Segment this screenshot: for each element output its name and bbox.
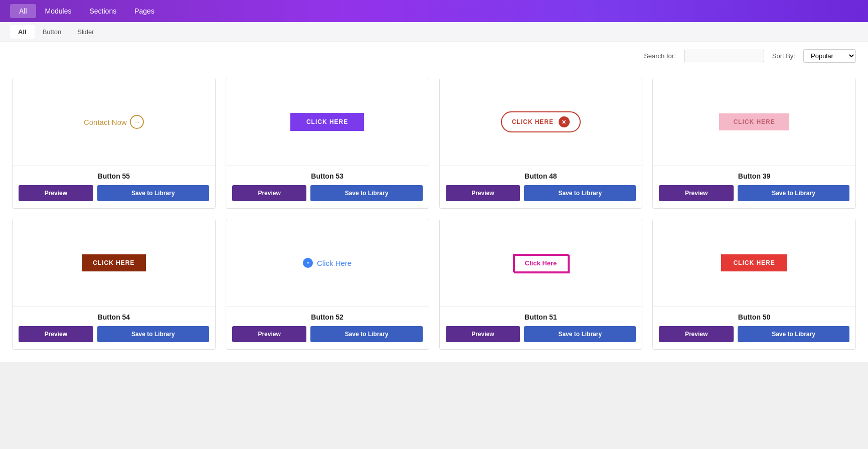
- card-title-48: Button 48: [446, 172, 636, 180]
- sub-nav-button[interactable]: Button: [35, 25, 70, 39]
- card-title-55: Button 55: [19, 172, 209, 180]
- card-preview-53: CLICK HERE: [226, 78, 429, 166]
- card-grid-container: Contact Now → Button 55 Preview Save to …: [0, 70, 868, 362]
- card-actions-50: Preview Save to Library: [659, 326, 849, 342]
- card-title-50: Button 50: [659, 313, 849, 321]
- card-footer-53: Button 53 Preview Save to Library: [226, 166, 429, 208]
- preview-btn-contact-now[interactable]: Contact Now →: [84, 115, 144, 129]
- sort-label: Sort By:: [772, 52, 795, 60]
- card-footer-50: Button 50 Preview Save to Library: [653, 307, 855, 349]
- card-button-52: Click Here Button 52 Preview Save to Lib…: [226, 219, 429, 350]
- blue-circle-icon: [303, 258, 313, 268]
- preview-button-50[interactable]: Preview: [659, 326, 734, 342]
- card-button-54: CLICK HERE Button 54 Preview Save to Lib…: [12, 219, 216, 350]
- save-button-50[interactable]: Save to Library: [738, 326, 849, 342]
- card-footer-51: Button 51 Preview Save to Library: [440, 307, 642, 349]
- card-grid: Contact Now → Button 55 Preview Save to …: [12, 78, 856, 350]
- card-preview-55: Contact Now →: [13, 78, 215, 166]
- preview-btn-pink-light[interactable]: CLICK HERE: [719, 113, 789, 130]
- preview-button-52[interactable]: Preview: [232, 326, 307, 342]
- card-button-48: CLICK HERE Button 48 Preview Save to Lib…: [439, 78, 643, 209]
- preview-btn-brown-solid[interactable]: CLICK HERE: [82, 254, 145, 271]
- top-nav-all[interactable]: All: [10, 4, 36, 18]
- toolbar: Search for: Sort By: Popular: [0, 42, 868, 70]
- card-title-53: Button 53: [232, 172, 423, 180]
- sort-select[interactable]: Popular: [803, 49, 856, 63]
- preview-button-54[interactable]: Preview: [19, 326, 93, 342]
- card-actions-55: Preview Save to Library: [19, 185, 209, 201]
- card-title-51: Button 51: [446, 313, 636, 321]
- save-button-55[interactable]: Save to Library: [97, 185, 209, 201]
- contact-now-text: Contact Now: [84, 118, 127, 126]
- card-actions-52: Preview Save to Library: [232, 326, 423, 342]
- card-footer-39: Button 39 Preview Save to Library: [653, 166, 855, 208]
- top-navigation: All Modules Sections Pages: [0, 0, 868, 22]
- card-actions-51: Preview Save to Library: [446, 326, 636, 342]
- top-nav-modules[interactable]: Modules: [36, 4, 81, 18]
- card-button-39: CLICK HERE Button 39 Preview Save to Lib…: [652, 78, 856, 209]
- sub-nav-all[interactable]: All: [10, 25, 35, 39]
- card-title-52: Button 52: [232, 313, 423, 321]
- preview-btn-red-outline-circle[interactable]: CLICK HERE: [501, 111, 581, 132]
- card-preview-52: Click Here: [226, 219, 429, 307]
- card-preview-48: CLICK HERE: [440, 78, 642, 166]
- search-label: Search for:: [644, 52, 676, 60]
- card-button-51: Click Here Button 51 Preview Save to Lib…: [439, 219, 643, 350]
- click-here-text-52: Click Here: [317, 259, 352, 267]
- card-preview-54: CLICK HERE: [13, 219, 215, 307]
- card-title-39: Button 39: [659, 172, 849, 180]
- red-dot-icon: [559, 116, 570, 127]
- card-footer-55: Button 55 Preview Save to Library: [13, 166, 215, 208]
- card-title-54: Button 54: [19, 313, 209, 321]
- top-nav-sections[interactable]: Sections: [80, 4, 125, 18]
- save-button-52[interactable]: Save to Library: [310, 326, 422, 342]
- card-button-50: CLICK HERE Button 50 Preview Save to Lib…: [652, 219, 856, 350]
- card-footer-48: Button 48 Preview Save to Library: [440, 166, 642, 208]
- card-actions-53: Preview Save to Library: [232, 185, 423, 201]
- card-button-53: CLICK HERE Button 53 Preview Save to Lib…: [226, 78, 429, 209]
- card-actions-39: Preview Save to Library: [659, 185, 849, 201]
- save-button-51[interactable]: Save to Library: [524, 326, 636, 342]
- contact-now-icon: →: [130, 115, 144, 129]
- click-here-text-48: CLICK HERE: [512, 118, 554, 125]
- card-preview-39: CLICK HERE: [653, 78, 855, 166]
- preview-btn-purple-solid[interactable]: CLICK HERE: [290, 113, 364, 131]
- top-nav-pages[interactable]: Pages: [125, 4, 163, 18]
- sub-nav-slider[interactable]: Slider: [69, 25, 102, 39]
- card-actions-54: Preview Save to Library: [19, 326, 209, 342]
- save-button-48[interactable]: Save to Library: [524, 185, 636, 201]
- preview-button-53[interactable]: Preview: [232, 185, 307, 201]
- save-button-54[interactable]: Save to Library: [97, 326, 209, 342]
- preview-button-51[interactable]: Preview: [446, 326, 520, 342]
- card-button-55: Contact Now → Button 55 Preview Save to …: [12, 78, 216, 209]
- preview-btn-blue-circle-text[interactable]: Click Here: [303, 258, 352, 268]
- card-footer-52: Button 52 Preview Save to Library: [226, 307, 429, 349]
- preview-button-39[interactable]: Preview: [659, 185, 734, 201]
- card-footer-54: Button 54 Preview Save to Library: [13, 307, 215, 349]
- preview-btn-magenta-outline[interactable]: Click Here: [513, 254, 569, 272]
- card-actions-48: Preview Save to Library: [446, 185, 636, 201]
- preview-button-55[interactable]: Preview: [19, 185, 93, 201]
- sub-navigation: All Button Slider: [0, 22, 868, 42]
- search-input[interactable]: [684, 50, 764, 62]
- card-preview-50: CLICK HERE: [653, 219, 855, 307]
- preview-btn-red-solid[interactable]: CLICK HERE: [721, 254, 787, 271]
- card-preview-51: Click Here: [440, 219, 642, 307]
- save-button-53[interactable]: Save to Library: [310, 185, 422, 201]
- preview-button-48[interactable]: Preview: [446, 185, 520, 201]
- save-button-39[interactable]: Save to Library: [738, 185, 849, 201]
